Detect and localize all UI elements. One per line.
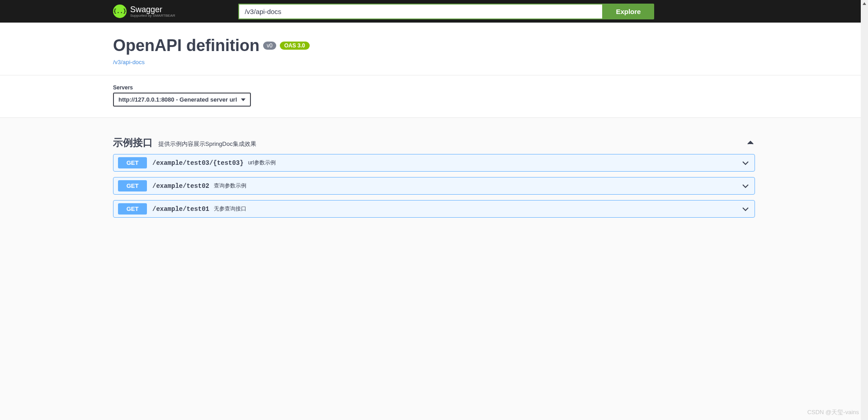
title-row: OpenAPI definition v0 OAS 3.0 [113, 36, 755, 55]
logo-text: Swagger [130, 5, 175, 14]
operation-path: /example/test02 [152, 182, 209, 190]
operation-row[interactable]: GET /example/test03/{test03} url参数示例 [113, 154, 755, 172]
chevron-down-icon [741, 182, 750, 191]
logo-subtext: Supported by SMARTBEAR [130, 14, 175, 18]
logo-text-block: Swagger Supported by SMARTBEAR [130, 5, 175, 18]
servers-select[interactable]: http://127.0.0.1:8080 - Generated server… [113, 93, 251, 107]
tag-header[interactable]: 示例接口 提供示例内容展示SpringDoc集成效果 [113, 131, 755, 154]
logo[interactable]: {..} Swagger Supported by SMARTBEAR [113, 5, 175, 18]
operation-path: /example/test03/{test03} [152, 159, 244, 167]
chevron-up-icon [746, 138, 755, 147]
scrollbar-up-icon[interactable] [861, 0, 868, 7]
tag-section: 示例接口 提供示例内容展示SpringDoc集成效果 GET /example/… [113, 131, 755, 232]
oas-badge: OAS 3.0 [280, 42, 310, 50]
servers-label: Servers [113, 84, 755, 91]
tag-name: 示例接口 [113, 136, 153, 149]
operation-path: /example/test01 [152, 205, 209, 213]
url-input-group: Explore [238, 4, 654, 19]
chevron-down-icon [741, 159, 750, 168]
topbar-wrapper: {..} Swagger Supported by SMARTBEAR Expl… [104, 4, 764, 19]
explore-button[interactable]: Explore [602, 4, 654, 19]
swagger-logo-icon: {..} [113, 5, 127, 18]
chevron-down-icon [741, 205, 750, 214]
topbar: {..} Swagger Supported by SMARTBEAR Expl… [0, 0, 868, 23]
http-method-badge: GET [118, 203, 147, 215]
operation-row[interactable]: GET /example/test02 查询参数示例 [113, 177, 755, 195]
api-docs-link[interactable]: /v3/api-docs [113, 59, 145, 65]
operation-row[interactable]: GET /example/test01 无参查询接口 [113, 200, 755, 218]
http-method-badge: GET [118, 180, 147, 191]
operation-summary: url参数示例 [248, 159, 276, 167]
http-method-badge: GET [118, 157, 147, 168]
version-badge: v0 [263, 42, 276, 50]
servers-section: Servers http://127.0.0.1:8080 - Generate… [0, 75, 868, 118]
operation-summary: 无参查询接口 [214, 205, 246, 213]
api-title: OpenAPI definition [113, 36, 259, 55]
tag-description: 提供示例内容展示SpringDoc集成效果 [158, 140, 256, 148]
page-scrollbar[interactable] [861, 0, 868, 232]
operation-summary: 查询参数示例 [214, 182, 246, 190]
info-section: OpenAPI definition v0 OAS 3.0 /v3/api-do… [0, 23, 868, 75]
api-docs-url-input[interactable] [238, 4, 602, 19]
